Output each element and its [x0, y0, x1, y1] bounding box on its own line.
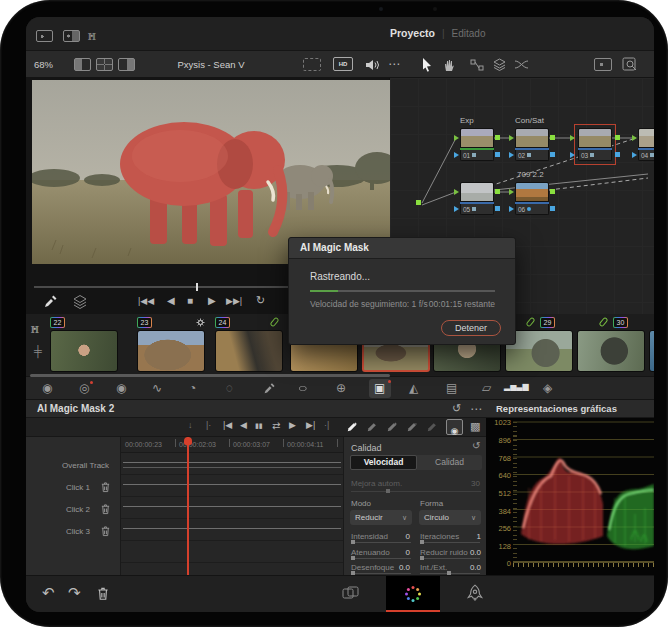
clip-name[interactable]: Pxysis - Sean V — [136, 59, 286, 70]
playhead-marker[interactable] — [184, 437, 192, 445]
clip-thumbnail-30[interactable] — [649, 330, 654, 372]
add-stroke-pen-icon[interactable] — [346, 421, 358, 433]
mark-out-icon[interactable]: ·| — [324, 421, 329, 430]
dialog-titlebar[interactable]: AI Magic Mask — [289, 238, 515, 259]
tab-calidad[interactable]: Calidad — [417, 455, 482, 470]
color-wheels-icon[interactable]: ◉ — [42, 382, 52, 394]
param-handle[interactable] — [351, 556, 355, 560]
undo-icon[interactable]: ↶ — [42, 585, 55, 600]
track-row-label[interactable]: Overall Track — [62, 461, 109, 470]
param-value[interactable]: 0.0 — [386, 563, 410, 572]
lut-gallery-icon[interactable] — [594, 58, 612, 71]
scopes-histogram-icon[interactable]: ▂▅▃▆ — [504, 382, 529, 391]
param-slider[interactable] — [351, 558, 411, 559]
track-row-label[interactable]: Click 1 — [66, 483, 90, 492]
clips-strip-icon[interactable]: ][▪][ — [88, 32, 95, 40]
param-value[interactable]: 0.0 — [457, 548, 481, 557]
blur-icon[interactable]: ◌ — [226, 382, 233, 394]
delete-track-icon[interactable] — [100, 525, 111, 537]
track-bidirectional-icon[interactable]: ⇄ — [272, 421, 280, 431]
scrubber-playhead[interactable] — [196, 283, 198, 291]
eyedropper-icon[interactable] — [42, 294, 57, 309]
reset-icon[interactable]: ↺ — [452, 403, 461, 414]
search-effects-icon[interactable] — [622, 57, 639, 72]
hand-tool-icon[interactable] — [442, 57, 457, 72]
view-single-icon[interactable] — [74, 58, 91, 71]
graph-input-connector[interactable] — [416, 200, 421, 205]
delete-track-icon[interactable] — [100, 503, 111, 515]
track-forward-icon[interactable]: ▶ — [289, 421, 296, 430]
keyframe-frame-icon[interactable]: ▤ — [446, 382, 457, 394]
track-row-label[interactable]: Click 2 — [66, 505, 90, 514]
node-03-selected[interactable]: 03 — [578, 128, 612, 161]
param-slider[interactable] — [351, 573, 411, 574]
track-keyframe-line[interactable] — [123, 528, 341, 529]
node-05[interactable]: 05 — [460, 182, 494, 215]
play-button[interactable]: ▶ — [208, 296, 216, 306]
curves-icon[interactable]: ∿ — [152, 382, 162, 394]
gallery-grid-icon[interactable] — [63, 30, 80, 42]
sizing-icon[interactable]: ▱ — [482, 382, 491, 394]
color-page-tab-active[interactable] — [386, 576, 440, 612]
deliver-page-icon[interactable] — [466, 584, 484, 603]
param-handle[interactable] — [420, 556, 424, 560]
param-value[interactable]: 0 — [386, 548, 410, 557]
param-slider[interactable] — [351, 542, 411, 543]
delete-icon[interactable] — [96, 586, 110, 601]
track-import-icon[interactable]: ↓ — [188, 421, 193, 430]
picker-icon[interactable] — [262, 382, 275, 395]
track-to-end-icon[interactable]: ▶| — [306, 421, 315, 430]
remove-point-pen-icon[interactable] — [406, 421, 418, 433]
param-value[interactable]: 1 — [457, 532, 481, 541]
safe-area-icon[interactable] — [303, 58, 321, 71]
qualifier-icon[interactable]: ◔ — [189, 382, 196, 394]
shape-dropdown[interactable]: Circulo ∨ — [419, 510, 481, 525]
redo-icon[interactable]: ↷ — [68, 585, 81, 600]
panel-options-icon[interactable]: ⋯ — [470, 403, 482, 415]
clip-thumbnail-22[interactable] — [50, 330, 118, 372]
power-window-icon[interactable]: ○ — [298, 382, 308, 394]
clip-thumbnail-24[interactable] — [215, 330, 283, 372]
tab-velocidad[interactable]: Velocidad — [350, 455, 417, 470]
clips-panel-icon[interactable]: ][▪][ — [31, 325, 38, 333]
eraser-pen-icon[interactable] — [426, 421, 438, 433]
edit-page-icon[interactable] — [342, 586, 360, 601]
mask-overlay-icon[interactable]: ▩ — [470, 421, 480, 432]
clip-thumbnail-29[interactable] — [577, 330, 645, 372]
add-point-pen-icon[interactable] — [386, 421, 398, 433]
track-row-label[interactable]: Click 3 — [66, 527, 90, 536]
more-options-icon[interactable]: ⋯ — [388, 58, 400, 70]
track-keyframe-line[interactable] — [123, 484, 341, 485]
timeline-ruler[interactable]: 00:00:00:23 00:00:02:03 00:00:03:07 00:0… — [121, 437, 343, 453]
zoom-level[interactable]: 68% — [34, 59, 53, 70]
hdr-wheels-icon[interactable]: ◉ — [116, 382, 126, 394]
tracker-icon[interactable]: ⊕ — [336, 382, 346, 394]
timeline-playhead[interactable] — [187, 437, 189, 575]
hd-monitor-icon[interactable]: HD — [333, 57, 353, 71]
cursor-tool-icon[interactable] — [420, 57, 435, 72]
node-04[interactable]: 04 — [638, 128, 654, 161]
gallery-stills-icon[interactable] — [36, 30, 53, 42]
param-handle[interactable] — [351, 540, 355, 544]
stop-button[interactable]: Detener — [441, 320, 501, 336]
auto-improve-slider[interactable] — [351, 491, 481, 492]
pause-track-icon[interactable]: ▮▮ — [255, 422, 263, 429]
mixer-curves-icon[interactable] — [514, 58, 529, 71]
next-clip-button[interactable]: ▶▶| — [226, 297, 242, 306]
clip-thumbnail-23[interactable] — [137, 330, 205, 372]
track-to-start-icon[interactable]: |◀ — [223, 421, 232, 430]
track-keyframe-line[interactable] — [123, 506, 341, 507]
node-06[interactable]: 06 — [515, 182, 549, 215]
loop-button[interactable]: ↻ — [256, 295, 265, 306]
magic-mask-icon[interactable]: ▣ — [374, 382, 385, 394]
stop-button[interactable]: ■ — [187, 296, 193, 306]
stroke-pen-icon[interactable] — [366, 421, 378, 433]
node-link-icon[interactable] — [470, 59, 484, 71]
param-handle[interactable] — [420, 540, 424, 544]
overlay-toggle[interactable]: ◉ — [446, 419, 463, 435]
settings-reset-icon[interactable]: ↺ — [472, 441, 480, 451]
view-grid-icon[interactable] — [96, 58, 113, 71]
primaries-icon[interactable]: ◎ — [79, 382, 89, 394]
prev-clip-button[interactable]: |◀◀ — [138, 297, 154, 306]
delete-track-icon[interactable] — [100, 481, 111, 493]
